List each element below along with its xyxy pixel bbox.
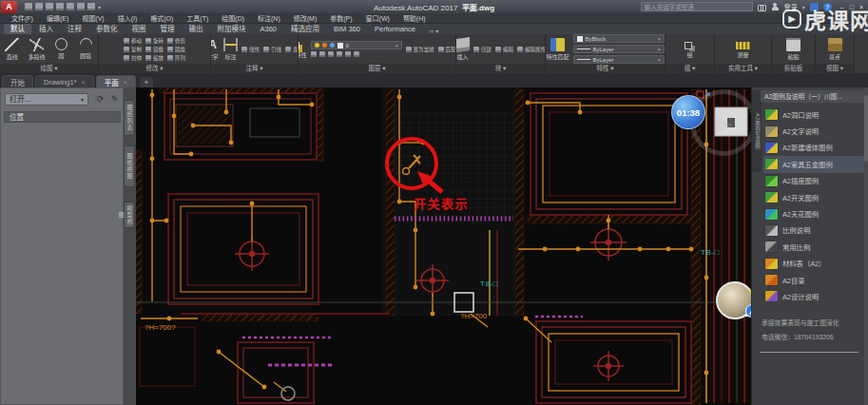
menu-item-9[interactable]: 参数(P)	[324, 13, 357, 24]
tool-缩放[interactable]: 缩放	[145, 54, 164, 62]
tool-表格[interactable]: 表格	[285, 46, 298, 53]
palette-tab-模型视图[interactable]: 模型视图	[124, 202, 135, 228]
tool-编辑属性[interactable]: 编辑属性	[517, 46, 545, 53]
menu-item-10[interactable]: 窗口(W)	[360, 13, 395, 24]
sheet-item-A2开关图例[interactable]: A2开关图例	[763, 189, 864, 205]
tool-measure[interactable]: 测量	[731, 39, 756, 59]
tool-basepoint[interactable]: 基点	[822, 38, 847, 61]
ribbon-tab-输出[interactable]: 输出	[183, 24, 210, 34]
save-icon[interactable]	[46, 3, 53, 10]
open-icon[interactable]	[35, 3, 43, 10]
close-icon[interactable]: ×	[124, 79, 127, 86]
new-icon[interactable]	[25, 3, 32, 10]
panel-label-图层[interactable]: 图层 ▾	[299, 64, 455, 73]
property-dropdown-1[interactable]: ByLayer▾	[573, 45, 665, 53]
panel-label-注释[interactable]: 注释 ▾	[211, 64, 298, 73]
palette-tab-图纸列表[interactable]: 图纸列表	[124, 100, 135, 136]
sheet-item-A2目录[interactable]: A2目录	[763, 272, 864, 288]
tool-group[interactable]: 组	[678, 40, 703, 59]
panel-label-块[interactable]: 块 ▾	[456, 64, 545, 73]
menu-item-3[interactable]: 插入(I)	[112, 13, 144, 24]
drawing-canvas[interactable]: 开关表示 ?H=700? ?H=700 T8-□ TB-□ ▶ 01:38 ♛ …	[136, 87, 751, 405]
close-icon[interactable]: ×	[82, 79, 86, 86]
ribbon-tab-附加模块[interactable]: 附加模块	[211, 24, 253, 34]
ribbon-tab-插入[interactable]: 插入	[32, 24, 60, 34]
ribbon-tab-管理[interactable]: 管理	[154, 24, 182, 34]
sheet-item-A2文字说明[interactable]: A2文字说明	[763, 123, 864, 139]
panel-label-剪贴板[interactable]: 剪贴板	[772, 64, 815, 73]
property-dropdown-0[interactable]: ByBlock▾	[573, 34, 665, 43]
sidebar-scrollbar[interactable]	[864, 87, 868, 405]
tool-polyline[interactable]: 多段线	[27, 38, 48, 61]
tool-layer-properties[interactable]: 图层特性	[299, 39, 307, 59]
tool-匹配图层[interactable]: 匹配图层	[438, 46, 455, 53]
file-tab-开始[interactable]: 开始	[2, 75, 33, 87]
tool-编辑[interactable]: 编辑	[495, 46, 513, 53]
new-tab-button[interactable]: +	[140, 77, 153, 87]
plot-icon[interactable]	[67, 3, 74, 10]
ribbon-tab-默认[interactable]: 默认	[4, 24, 31, 34]
presenter-avatar[interactable]: ♛ A	[716, 281, 751, 325]
redo-icon[interactable]	[87, 3, 95, 10]
ribbon-tab-BIM 360[interactable]: BIM 360	[327, 24, 367, 34]
tool-arc[interactable]: 圆弧	[75, 38, 96, 60]
layer-tool-icon[interactable]	[328, 51, 334, 57]
tool-insert-block[interactable]: 插入	[456, 38, 470, 61]
layer-tool-icon[interactable]	[311, 51, 317, 57]
layer-tool-icon[interactable]	[354, 51, 359, 57]
qat-dropdown-icon[interactable]: ▾	[98, 4, 101, 10]
tool-旋转[interactable]: 旋转	[145, 37, 164, 45]
sheet-item-比例说明[interactable]: 比例说明	[763, 222, 864, 239]
sheet-item-A2设计说明[interactable]: A2设计说明	[763, 288, 864, 304]
layer-tool-icon[interactable]	[345, 51, 351, 57]
panel-label-视图[interactable]: 视图 ▾	[816, 64, 854, 73]
search-icon[interactable]	[758, 3, 766, 11]
tool-引线[interactable]: 引线	[263, 46, 281, 53]
tool-拉伸[interactable]: 拉伸	[124, 54, 142, 62]
tool-line[interactable]: 直线	[2, 38, 23, 61]
tool-修剪[interactable]: 修剪	[167, 37, 185, 45]
sheet-item-A2插座图例[interactable]: A2插座图例	[763, 173, 864, 189]
search-input[interactable]	[641, 2, 753, 11]
tool-复制[interactable]: 复制	[124, 46, 142, 53]
tool-circle[interactable]: 圆	[51, 38, 72, 60]
ribbon-tab-参数化[interactable]: 参数化	[89, 24, 125, 34]
tool-paste[interactable]: 粘贴	[781, 38, 806, 61]
tool-创建[interactable]: 创建	[473, 46, 492, 53]
panel-label-组[interactable]: 组 ▾	[665, 64, 714, 73]
menu-item-4[interactable]: 格式(O)	[145, 13, 179, 24]
tool-线性[interactable]: 线性	[241, 46, 260, 53]
edit-icon[interactable]: ✎	[108, 93, 121, 106]
file-tab-平面[interactable]: 平面×	[96, 75, 136, 87]
palette-tab-图纸视图[interactable]: 图纸视图	[124, 145, 135, 187]
ribbon-tab-注释[interactable]: 注释	[61, 24, 88, 34]
sidebar-vertical-tab[interactable]: A2图例及说明	[752, 90, 762, 172]
undo-icon[interactable]	[77, 3, 85, 10]
ribbon-tab-视图[interactable]: 视图	[125, 24, 153, 34]
panel-label-特性[interactable]: 特性 ▾	[546, 64, 665, 73]
tool-圆角[interactable]: 圆角	[167, 46, 185, 53]
property-dropdown-2[interactable]: ByLayer▾	[573, 55, 665, 64]
open-dropdown[interactable]: 打开... ▾	[5, 93, 88, 106]
tool-移动[interactable]: 移动	[124, 37, 142, 45]
refresh-icon[interactable]: ⟳	[94, 93, 106, 106]
menu-item-11[interactable]: 帮助(H)	[397, 13, 432, 24]
menu-item-2[interactable]: 视图(V)	[76, 13, 109, 24]
saveas-icon[interactable]	[56, 3, 64, 10]
menu-item-8[interactable]: 修改(M)	[288, 13, 323, 24]
file-tab-Drawing1*[interactable]: Drawing1*×	[35, 75, 94, 87]
location-column-header[interactable]: 位置	[4, 111, 121, 123]
autocad-logo-icon[interactable]: A	[1, 1, 17, 13]
tool-match-properties[interactable]: 特性匹配	[547, 38, 569, 61]
ribbon-tab-精选应用[interactable]: 精选应用	[284, 24, 326, 34]
sheet-item-A2洞口说明[interactable]: A2洞口说明	[763, 106, 864, 123]
sheet-item-A2新建墙体图例[interactable]: A2新建墙体图例	[763, 140, 864, 156]
layer-dropdown[interactable]: 0▾	[311, 41, 402, 49]
menu-item-5[interactable]: 工具(T)	[181, 13, 214, 24]
panel-label-实用工具[interactable]: 实用工具 ▾	[715, 64, 771, 73]
sheet-item-材料表（A2）[interactable]: 材料表（A2）	[763, 256, 864, 272]
panel-label-修改[interactable]: 修改 ▾	[99, 64, 210, 73]
layer-tool-icon[interactable]	[337, 51, 342, 57]
panel-label-绘图[interactable]: 绘图 ▾	[0, 64, 98, 73]
menu-item-7[interactable]: 标注(N)	[252, 13, 286, 24]
